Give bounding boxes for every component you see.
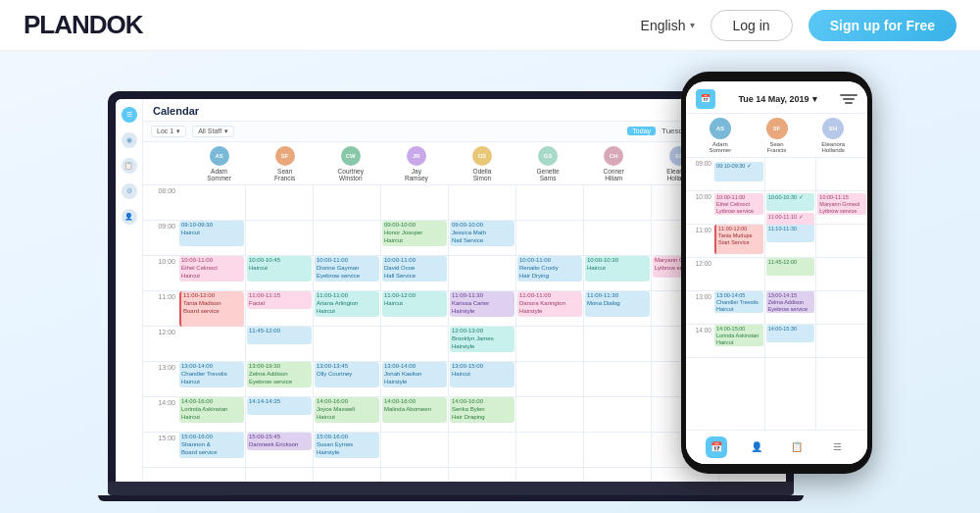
- phone-nav-calendar[interactable]: 📅: [706, 436, 727, 458]
- phone-event-s5[interactable]: 13:00-14:15Zelma AddisonEyebrow service: [766, 291, 815, 313]
- filter-line-3: [845, 102, 852, 104]
- event-sean-1[interactable]: 10:00-10:45Haircut: [247, 256, 312, 282]
- phone-nav-bookings[interactable]: 📋: [786, 436, 808, 458]
- phone-staff-name-0: AdamSommer: [710, 141, 732, 153]
- event-odella-4[interactable]: 13:00-15:00Haircut: [450, 362, 514, 387]
- phone-avatar-0: AS: [710, 118, 731, 139]
- phone-time-1400: 14:00: [686, 325, 713, 358]
- time-1000: 10:00: [143, 256, 178, 291]
- phone-nav-menu[interactable]: ☰: [826, 436, 848, 458]
- sidebar-icon-calendar[interactable]: ☰: [122, 107, 137, 123]
- phone-event-a1[interactable]: 09:10-09:30 ✓: [714, 162, 763, 181]
- language-label: English: [641, 18, 686, 33]
- event-sean-5[interactable]: 14:14-14:35: [247, 397, 312, 415]
- event-adam-6[interactable]: 15:00-16:00Shannon &Board service: [179, 433, 244, 458]
- phone-time-1300: 13:00: [686, 291, 713, 325]
- time-1300: 13:00: [143, 362, 178, 397]
- phone-event-a4[interactable]: 13:00-14:05Chandler TrevolisHaircut: [714, 291, 763, 313]
- staff-name-6: ConnerHiliam: [604, 168, 624, 183]
- staff-col-6: 10:00-10:30Haircut 11:00-11:30Mona Dialo…: [584, 185, 652, 481]
- header-right: English ▾ Log in Sign up for Free: [641, 10, 956, 41]
- staff-name-2: CourtneyWinston: [338, 168, 364, 183]
- staff-member-4: OS OdellaSimon: [449, 146, 514, 183]
- phone-staff-2: EH EleanoraHollands: [807, 118, 859, 153]
- staff-member-0: AS AdamSommer: [186, 146, 252, 183]
- event-sean-2[interactable]: 11:00-11:15Facial: [247, 291, 312, 309]
- logo: PLANDOK: [24, 10, 143, 40]
- calendar-title: Calendar: [153, 105, 199, 117]
- event-jay-5[interactable]: 14:00-16:00Malinda Abomeen: [382, 397, 447, 423]
- event-sean-6[interactable]: 15:00-15:45Damneek Erickson: [247, 433, 312, 450]
- event-jay-2[interactable]: 10:00-11:00David OcoeHall Service: [382, 256, 447, 282]
- event-genette-2[interactable]: 11:00-11:00Danora KaringtonHairstyle: [517, 291, 582, 317]
- sidebar-icon-2[interactable]: 📋: [122, 158, 137, 174]
- event-adam-5[interactable]: 14:00-16:00Lorinda AskinstanHaircut: [179, 397, 244, 423]
- phone-col-2: 10:00-11:15Maryann GrmeolLytbrow service: [816, 158, 867, 430]
- phone-staff-name-2: EleanoraHollands: [821, 141, 845, 153]
- sidebar-icon-3[interactable]: ⚙: [122, 183, 137, 199]
- staff-member-5: GS GenetteSams: [515, 146, 581, 183]
- event-adam-3[interactable]: 11:00-12:00Tania MadisonBoard service: [179, 291, 244, 327]
- phone-time-1100: 11:00: [686, 225, 713, 258]
- phone-screen: 📅 Tue 14 May, 2019 ▾ AS AdamS: [686, 81, 867, 464]
- event-courtney-5[interactable]: 15:00-16:00Susan EyrnesHairstyle: [315, 433, 379, 458]
- phone-event-s3[interactable]: 11:10-11:30: [766, 225, 815, 242]
- phone-filter-icon[interactable]: [840, 92, 858, 106]
- event-adam-1[interactable]: 09:10-09:30Haircut: [179, 221, 244, 246]
- event-adam-2[interactable]: 10:00-11:00Ethel CelinoctHaircut: [179, 256, 244, 282]
- event-adam-4[interactable]: 13:00-14:00Chandler TrevolisHaircut: [179, 362, 244, 387]
- location-filter[interactable]: Loc 1 ▾: [151, 126, 186, 137]
- phone-nav-clients[interactable]: 👤: [746, 436, 767, 458]
- event-courtney-1[interactable]: 10:00-11:00Dionne GaymanEyebrow service: [315, 256, 379, 282]
- login-button[interactable]: Log in: [710, 10, 793, 41]
- filter-line-1: [840, 94, 858, 96]
- phone-event-a5[interactable]: 14:00-15:00Lorinda AskinstanHaircut: [714, 325, 763, 346]
- event-conner-1[interactable]: 10:00-10:30Haircut: [585, 256, 650, 282]
- event-courtney-4[interactable]: 14:00-16:00Joyce MaxwellHaircut: [315, 397, 379, 423]
- event-sean-4[interactable]: 13:00-19:30Zelma AddisonEyebrow service: [247, 362, 312, 387]
- phone-event-a3[interactable]: 11:00-12:00Tania MudupeStart Service: [714, 225, 763, 254]
- staff-member-1: SF SeanFrancis: [252, 146, 318, 183]
- phone-event-s1[interactable]: 10:00-10:30 ✓: [766, 193, 815, 211]
- phone-event-s6[interactable]: 14:00-15:30: [766, 325, 815, 342]
- phone-col-1: 10:00-10:30 ✓ 11:00-11:10 ✓ 11:10-11:30 …: [765, 158, 817, 430]
- phone-event-a2[interactable]: 10:00-11:00Ethel CelinoctLytbrow service: [714, 193, 763, 215]
- chevron-down-icon: ▾: [690, 20, 695, 30]
- event-genette-1[interactable]: 10:00-11:00Renalto CroolyHair Drying: [517, 256, 582, 282]
- time-1200: 12:00: [143, 327, 178, 362]
- event-odella-3[interactable]: 12:00-13:00Brooklyn JamesHairstyle: [450, 327, 514, 352]
- event-jay-1[interactable]: 09:00-10:00Honor JosoperHaircut: [382, 221, 447, 246]
- event-jay-4[interactable]: 13:00-14:00Jonah KaeltonHairstyle: [382, 362, 447, 387]
- staff-member-2: CW CourtneyWinston: [318, 146, 383, 183]
- event-conner-2[interactable]: 11:00-11:30Mona Dialog: [585, 291, 650, 317]
- sidebar-icon-4[interactable]: 👤: [122, 209, 137, 225]
- staff-name-5: GenetteSams: [537, 168, 560, 183]
- event-odella-2[interactable]: 11:00-11:30Karissa CarterHairstyle: [450, 291, 514, 317]
- signup-button[interactable]: Sign up for Free: [808, 10, 956, 41]
- time-1400: 14:00: [143, 397, 178, 433]
- event-courtney-3[interactable]: 13:00-13:45Olly Courtney: [315, 362, 379, 387]
- staff-name-0: AdamSommer: [207, 168, 231, 183]
- language-selector[interactable]: English ▾: [641, 18, 695, 33]
- staff-filter[interactable]: All Staff ▾: [192, 126, 234, 137]
- hero-section: ☰ ◉ 📋 ⚙ 👤 Calendar 🔍: [0, 51, 980, 513]
- time-0800: 08:00: [143, 185, 178, 221]
- event-odella-1[interactable]: 09:00-10:00Jessica MathNail Service: [450, 221, 514, 246]
- today-button[interactable]: Today: [627, 127, 656, 135]
- event-sean-3[interactable]: 11:45-12:00: [247, 327, 312, 344]
- phone-time-1000: 10:00: [686, 191, 713, 225]
- phone-avatar-2: EH: [822, 118, 844, 139]
- phone-staff-1: SF SeanFrancis: [751, 118, 804, 153]
- staff-name-4: OdellaSimon: [473, 168, 492, 183]
- phone-event-e1[interactable]: 10:00-11:15Maryann GrmeolLytbrow service: [817, 193, 866, 215]
- event-odella-5[interactable]: 14:00-16:00Serika BylenHair Draping: [450, 397, 514, 423]
- phone-time-0900: 09:00: [686, 158, 713, 191]
- event-jay-3[interactable]: 11:00-12:00Haircut: [382, 291, 447, 317]
- sidebar-icon-1[interactable]: ◉: [122, 132, 137, 148]
- event-courtney-2[interactable]: 11:00-11:00Ariana ArlingtonHaircut: [315, 291, 379, 317]
- phone-staff-0: AS AdamSommer: [694, 118, 747, 153]
- filter-line-2: [843, 98, 856, 100]
- time-1100: 11:00: [143, 291, 178, 327]
- phone-event-s4[interactable]: 11:45-12:00: [766, 258, 815, 276]
- staff-member-3: JR JayRamsey: [383, 146, 449, 183]
